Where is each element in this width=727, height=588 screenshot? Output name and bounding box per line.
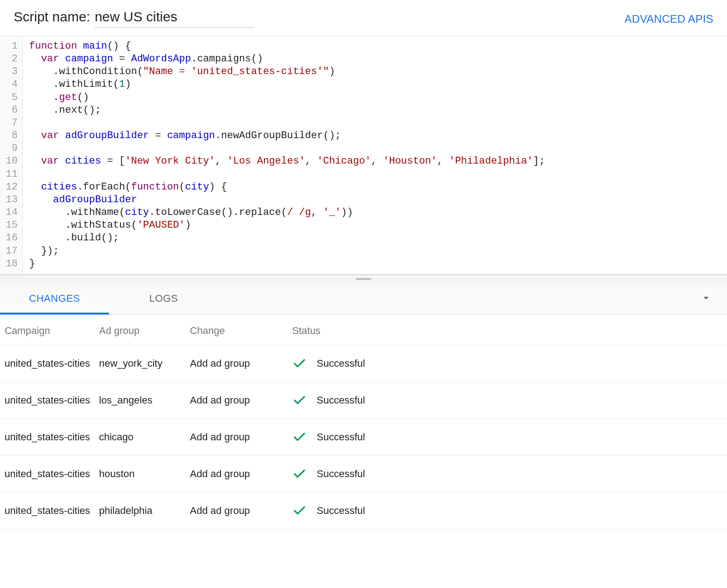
- status-text: Successful: [317, 468, 365, 480]
- code-line[interactable]: .next();: [29, 104, 545, 117]
- table-row[interactable]: united_states-citieschicagoAdd ad groupS…: [0, 419, 727, 455]
- tab-logs[interactable]: LOGS: [109, 283, 218, 314]
- code-line[interactable]: var adGroupBuilder = campaign.newAdGroup…: [29, 130, 545, 142]
- cell-status: Successful: [289, 345, 727, 382]
- line-number: 5: [3, 91, 18, 104]
- checkmark-icon: [292, 503, 307, 518]
- cell-change: Add ad group: [186, 382, 289, 419]
- code-line[interactable]: .get(): [29, 91, 545, 104]
- cell-campaign: united_states-cities: [0, 419, 95, 455]
- cell-campaign: united_states-cities: [0, 492, 95, 529]
- line-number: 1: [3, 40, 18, 53]
- line-number: 10: [3, 155, 18, 168]
- cell-change: Add ad group: [186, 345, 289, 382]
- code-line[interactable]: .withName(city.toLowerCase().replace(/ /…: [29, 206, 545, 219]
- status-text: Successful: [317, 394, 365, 406]
- cell-adgroup: los_angeles: [95, 382, 186, 419]
- code-line[interactable]: });: [29, 245, 545, 258]
- panel-collapse-button[interactable]: [696, 288, 716, 309]
- chevron-down-icon: [700, 292, 712, 304]
- code-area[interactable]: function main() { var campaign = AdWords…: [23, 36, 551, 274]
- table-row[interactable]: united_states-citieslos_angelesAdd ad gr…: [0, 382, 727, 419]
- script-name-input[interactable]: [95, 9, 254, 28]
- line-number: 15: [3, 219, 18, 232]
- table-row[interactable]: united_states-citiesnew_york_cityAdd ad …: [0, 345, 727, 382]
- checkmark-icon: [292, 430, 307, 444]
- checkmark-icon: [292, 467, 307, 481]
- cell-campaign: united_states-cities: [0, 455, 95, 492]
- code-line[interactable]: .withCondition("Name = 'united_states-ci…: [29, 65, 545, 78]
- line-number: 7: [3, 117, 18, 130]
- grip-icon: [356, 278, 371, 280]
- changes-table: Campaign Ad group Change Status united_s…: [0, 315, 727, 529]
- cell-adgroup: philadelphia: [95, 492, 186, 529]
- cell-change: Add ad group: [186, 419, 289, 455]
- cell-status: Successful: [289, 419, 727, 455]
- cell-campaign: united_states-cities: [0, 345, 95, 382]
- cell-campaign: united_states-cities: [0, 382, 95, 419]
- cell-status: Successful: [289, 455, 727, 492]
- line-number: 9: [3, 142, 18, 155]
- line-number: 4: [3, 78, 18, 91]
- line-number: 12: [3, 181, 18, 194]
- line-number: 3: [3, 65, 18, 78]
- script-name-block: Script name:: [14, 9, 254, 28]
- line-number: 16: [3, 232, 18, 244]
- script-name-label: Script name:: [14, 9, 90, 25]
- code-line[interactable]: }: [29, 258, 545, 270]
- line-number: 13: [3, 194, 18, 206]
- line-number-gutter: 123456789101112131415161718: [0, 36, 23, 274]
- panel-resize-handle[interactable]: [0, 275, 727, 283]
- tab-changes[interactable]: CHANGES: [0, 283, 109, 314]
- code-line[interactable]: var campaign = AdWordsApp.campaigns(): [29, 53, 545, 65]
- bottom-panel: CHANGESLOGS Campaign Ad group Change Sta…: [0, 274, 727, 529]
- col-header-adgroup[interactable]: Ad group: [95, 315, 186, 345]
- header-bar: Script name: ADVANCED APIS: [0, 0, 727, 36]
- checkmark-icon: [292, 393, 307, 408]
- status-text: Successful: [317, 431, 365, 443]
- code-line[interactable]: [29, 117, 545, 130]
- cell-adgroup: new_york_city: [95, 345, 186, 382]
- line-number: 6: [3, 104, 18, 117]
- col-header-status[interactable]: Status: [289, 315, 727, 345]
- line-number: 8: [3, 130, 18, 142]
- cell-change: Add ad group: [186, 455, 289, 492]
- cell-adgroup: houston: [95, 455, 186, 492]
- code-line[interactable]: function main() {: [29, 40, 545, 53]
- code-line[interactable]: .build();: [29, 232, 545, 244]
- line-number: 11: [3, 168, 18, 181]
- cell-status: Successful: [289, 492, 727, 529]
- code-line[interactable]: cities.forEach(function(city) {: [29, 181, 545, 194]
- line-number: 14: [3, 206, 18, 219]
- cell-adgroup: chicago: [95, 419, 186, 455]
- table-row[interactable]: united_states-citiesphiladelphiaAdd ad g…: [0, 492, 727, 529]
- panel-tabs: CHANGESLOGS: [0, 283, 727, 315]
- code-line[interactable]: .withLimit(1): [29, 78, 545, 91]
- table-header-row: Campaign Ad group Change Status: [0, 315, 727, 345]
- line-number: 2: [3, 53, 18, 65]
- cell-status: Successful: [289, 382, 727, 419]
- code-editor[interactable]: 123456789101112131415161718 function mai…: [0, 36, 727, 274]
- advanced-apis-button[interactable]: ADVANCED APIS: [624, 9, 713, 25]
- code-line[interactable]: [29, 142, 545, 155]
- col-header-change[interactable]: Change: [186, 315, 289, 345]
- code-line[interactable]: [29, 168, 545, 181]
- status-text: Successful: [317, 358, 365, 369]
- line-number: 18: [3, 258, 18, 270]
- code-line[interactable]: .withStatus('PAUSED'): [29, 219, 545, 232]
- status-text: Successful: [317, 505, 365, 517]
- col-header-campaign[interactable]: Campaign: [0, 315, 95, 345]
- line-number: 17: [3, 245, 18, 258]
- table-row[interactable]: united_states-citieshoustonAdd ad groupS…: [0, 455, 727, 492]
- code-line[interactable]: adGroupBuilder: [29, 194, 545, 206]
- code-line[interactable]: var cities = ['New York City', 'Los Ange…: [29, 155, 545, 168]
- cell-change: Add ad group: [186, 492, 289, 529]
- checkmark-icon: [292, 356, 307, 371]
